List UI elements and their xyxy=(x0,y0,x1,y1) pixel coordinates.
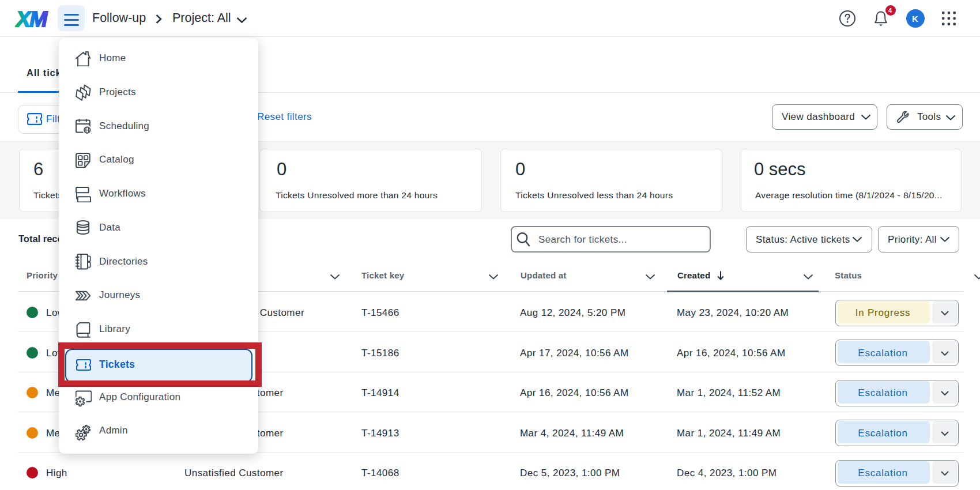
svg-text:XM: XM xyxy=(15,7,48,30)
